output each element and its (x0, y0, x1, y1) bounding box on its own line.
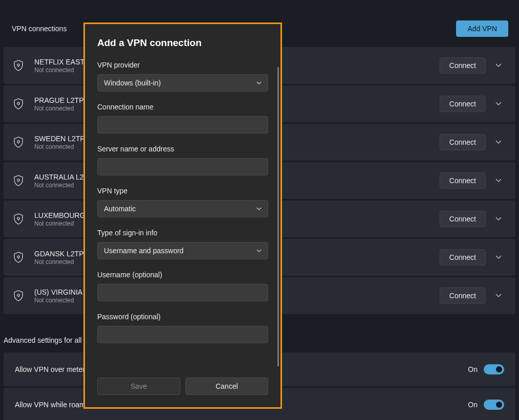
chevron-down-icon (256, 81, 262, 85)
connect-button[interactable]: Connect (440, 288, 486, 304)
shield-icon (13, 175, 24, 186)
toggle-switch[interactable] (484, 400, 504, 410)
chevron-down-icon (495, 294, 502, 298)
password-input[interactable] (97, 326, 268, 343)
scrollbar-thumb[interactable] (277, 67, 279, 366)
server-label: Server name or address (97, 145, 268, 153)
shield-icon (13, 252, 24, 263)
connect-button[interactable]: Connect (440, 96, 486, 112)
connect-button[interactable]: Connect (440, 249, 486, 266)
connection-name-input[interactable] (97, 116, 268, 134)
chevron-down-icon (495, 63, 502, 68)
expand-button[interactable] (491, 250, 506, 265)
toggle-control: On (468, 364, 504, 374)
chevron-down-icon (256, 249, 262, 253)
dialog-title: Add a VPN connection (97, 37, 268, 49)
toggle-state: On (468, 401, 478, 409)
toggle-label: Allow VPN while roaming (15, 401, 95, 409)
dialog-body: Add a VPN connection VPN provider Window… (85, 24, 280, 366)
svg-point-0 (17, 64, 19, 66)
connect-button[interactable]: Connect (440, 134, 486, 150)
add-vpn-button[interactable]: Add VPN (456, 20, 508, 37)
connect-button[interactable]: Connect (440, 57, 486, 74)
chevron-down-icon (495, 102, 502, 106)
dialog-footer: Save Cancel (85, 366, 280, 407)
vpn-provider-label: VPN provider (97, 61, 268, 69)
svg-point-6 (17, 179, 19, 181)
toggle-control: On (468, 400, 504, 410)
connect-button[interactable]: Connect (440, 211, 486, 227)
chevron-down-icon (495, 217, 502, 221)
shield-icon (13, 137, 24, 148)
signin-type-value: Username and password (104, 247, 184, 255)
svg-point-8 (17, 217, 19, 219)
toggle-switch[interactable] (484, 364, 504, 374)
save-button[interactable]: Save (97, 378, 180, 395)
vpn-type-value: Automatic (104, 205, 136, 213)
signin-type-label: Type of sign-in info (97, 229, 268, 237)
username-input[interactable] (97, 284, 268, 301)
connect-button[interactable]: Connect (440, 172, 486, 189)
signin-type-select[interactable]: Username and password (97, 242, 268, 259)
expand-button[interactable] (491, 58, 506, 73)
password-label: Password (optional) (97, 313, 268, 321)
svg-point-2 (17, 102, 19, 104)
vpn-type-label: VPN type (97, 187, 268, 195)
vpn-type-select[interactable]: Automatic (97, 200, 268, 217)
page-title: VPN connections (12, 25, 67, 33)
chevron-down-icon (495, 179, 502, 183)
cancel-button[interactable]: Cancel (185, 378, 268, 395)
connection-name-label: Connection name (97, 103, 268, 111)
server-input[interactable] (97, 158, 268, 175)
chevron-down-icon (495, 255, 502, 259)
vpn-provider-value: Windows (built-in) (104, 79, 161, 87)
shield-icon (13, 60, 24, 71)
toggle-state: On (468, 365, 478, 373)
shield-icon (13, 290, 24, 301)
svg-point-12 (17, 294, 19, 296)
username-label: Username (optional) (97, 271, 268, 279)
svg-point-10 (17, 256, 19, 258)
chevron-down-icon (256, 207, 262, 211)
svg-point-4 (17, 141, 19, 143)
expand-button[interactable] (491, 96, 506, 112)
chevron-down-icon (495, 140, 502, 144)
expand-button[interactable] (491, 135, 506, 150)
shield-icon (13, 213, 24, 225)
vpn-provider-select[interactable]: Windows (built-in) (97, 74, 268, 92)
expand-button[interactable] (491, 211, 506, 227)
shield-icon (13, 98, 24, 109)
expand-button[interactable] (491, 173, 506, 188)
add-vpn-dialog: Add a VPN connection VPN provider Window… (83, 23, 282, 409)
expand-button[interactable] (491, 288, 506, 303)
